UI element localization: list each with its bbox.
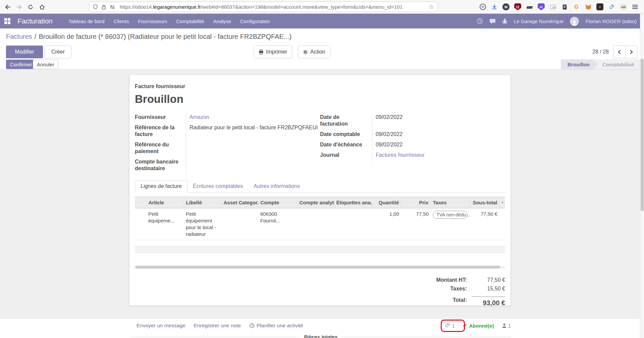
- cell-drag-handle: [135, 208, 146, 240]
- paperclip-icon: [445, 323, 450, 328]
- user-avatar[interactable]: [570, 17, 579, 26]
- menu-comptabilite[interactable]: Comptabilité: [176, 18, 204, 24]
- scrollbar-thumb[interactable]: [135, 266, 500, 269]
- check-icon: ✔: [463, 323, 467, 329]
- permissions-icon[interactable]: [109, 5, 115, 9]
- column-compte-analytique[interactable]: Compte analyt...: [297, 197, 334, 208]
- table-horizontal-scrollbar[interactable]: [135, 266, 505, 269]
- debug-bug-icon[interactable]: [502, 18, 507, 24]
- pocket-extension-icon[interactable]: [480, 4, 486, 10]
- cell-compte[interactable]: 606300 Fournit...: [258, 208, 297, 240]
- pager-previous-button[interactable]: [613, 46, 625, 58]
- menu-tableau-de-bord[interactable]: Tableau de bord: [68, 18, 105, 24]
- field-value-fournisseur[interactable]: Amazon: [186, 113, 320, 124]
- invoice-line-row[interactable]: Petit équipeme... Petit équipement pour …: [135, 208, 505, 240]
- breadcrumb-parent-link[interactable]: Factures: [6, 33, 32, 41]
- tab-autres-informations[interactable]: Autres informations: [248, 181, 305, 192]
- cell-libelle[interactable]: Petit équipement pour le local - radiate…: [184, 208, 221, 240]
- url-bar[interactable]: https://odoo14.legaragenumerique.fr/web#…: [89, 2, 438, 12]
- column-asset-category[interactable]: Asset Categor...: [221, 197, 258, 208]
- notes-extension-icon[interactable]: [561, 3, 568, 10]
- column-etiquettes[interactable]: Étiquettes ana...: [334, 197, 372, 208]
- attachments-button[interactable]: 1: [445, 323, 455, 329]
- hamburger-menu-icon[interactable]: [632, 3, 639, 10]
- bookmark-star-icon[interactable]: ☆: [429, 3, 434, 11]
- cell-quantite[interactable]: 1,00: [372, 208, 401, 240]
- activities-clock-icon[interactable]: [477, 18, 483, 24]
- log-note-button[interactable]: Enregistrer une note: [194, 323, 241, 329]
- column-sous-total[interactable]: Sous-total: [470, 197, 499, 208]
- send-message-button[interactable]: Envoyer un message: [137, 323, 185, 329]
- schedule-activity-button[interactable]: Planifier une activité: [249, 323, 303, 329]
- field-value-journal[interactable]: Factures fournisseur: [372, 151, 505, 161]
- column-prix[interactable]: Prix: [401, 197, 431, 208]
- edit-button[interactable]: Modifier: [6, 46, 43, 58]
- privacy-shield-extension-icon[interactable]: 11: [538, 3, 545, 10]
- company-name[interactable]: Le Garage Numérique: [514, 18, 564, 24]
- video-extension-icon[interactable]: [596, 3, 603, 10]
- columns-options-icon: [502, 200, 503, 205]
- cell-compte-analytique[interactable]: [297, 208, 334, 240]
- menu-clients[interactable]: Clients: [114, 18, 129, 24]
- lock-icon[interactable]: [101, 4, 106, 10]
- menu-fournisseurs[interactable]: Fournisseurs: [138, 18, 167, 24]
- print-button[interactable]: Imprimer: [254, 46, 292, 58]
- url-text[interactable]: https://odoo14.legaragenumerique.fr/web#…: [120, 4, 426, 10]
- page-scrollbar-thumb[interactable]: [641, 59, 644, 211]
- column-taxes[interactable]: Taxes: [431, 197, 470, 208]
- orange-extension-icon[interactable]: G: [573, 3, 580, 10]
- account-extension-icon[interactable]: M: [502, 3, 509, 10]
- ublock-extension-icon[interactable]: U: [514, 3, 521, 10]
- cell-prix[interactable]: 77,50: [401, 208, 431, 240]
- cell-etiquettes[interactable]: [334, 208, 372, 240]
- app-title[interactable]: Facturation: [17, 17, 53, 25]
- user-name[interactable]: Florian ROGER (odoo): [585, 18, 637, 24]
- state-comptabilise[interactable]: Comptabilisé: [594, 59, 640, 69]
- browser-reload-icon[interactable]: [25, 2, 36, 12]
- column-libelle[interactable]: Libellé: [184, 197, 221, 208]
- tracking-protection-shield-icon[interactable]: [93, 4, 98, 10]
- divider-line-left: [131, 337, 300, 337]
- menu-configuration[interactable]: Configuration: [240, 18, 270, 24]
- empty-table-row-striped: [135, 246, 505, 253]
- cell-taxes[interactable]: TVA non-dédu...: [431, 208, 470, 240]
- cell-article[interactable]: Petit équipeme...: [146, 208, 184, 240]
- apps-menu-icon[interactable]: [4, 18, 10, 24]
- gnome-extension-icon[interactable]: ண: [526, 3, 533, 10]
- tab-ecritures-comptables[interactable]: Écritures comptables: [187, 181, 248, 192]
- table-header-row: Article Libellé Asset Categor... Compte …: [135, 197, 505, 208]
- field-groups: Fournisseur Amazon Référence de la factu…: [135, 113, 505, 175]
- pager-counter: 28 / 28: [592, 49, 609, 55]
- followers-button[interactable]: 1: [502, 323, 511, 329]
- attachments-divider: Pièces jointes: [131, 334, 511, 338]
- column-article[interactable]: Article: [146, 197, 184, 208]
- metamask-extension-icon[interactable]: [585, 3, 592, 10]
- menu-analyse[interactable]: Analyse: [213, 18, 231, 24]
- field-value-reference-paiement: [186, 141, 320, 158]
- browser-home-icon[interactable]: [37, 2, 47, 12]
- pager-next-button[interactable]: [625, 46, 637, 58]
- confirm-button[interactable]: Confirmer: [6, 60, 36, 69]
- action-button[interactable]: Action: [298, 46, 330, 58]
- column-quantite[interactable]: Quantité: [372, 197, 401, 208]
- page-scrollbar[interactable]: [640, 14, 644, 338]
- state-brouillon[interactable]: Brouillon: [561, 59, 598, 69]
- messages-chat-icon[interactable]: [489, 18, 496, 24]
- tab-lignes-de-facture[interactable]: Lignes de facture: [135, 180, 187, 193]
- optional-columns-toggle[interactable]: [499, 197, 505, 208]
- picture-in-picture-icon[interactable]: [549, 3, 556, 10]
- cell-asset-category[interactable]: [221, 208, 258, 240]
- create-button[interactable]: Créer: [45, 46, 71, 58]
- markdown-extension-icon[interactable]: md: [620, 3, 627, 10]
- eyedropper-extension-icon[interactable]: [608, 3, 615, 10]
- browser-back-icon[interactable]: [3, 2, 13, 12]
- chatter: Envoyer un message Enregistrer une note …: [0, 319, 640, 338]
- tax-tag[interactable]: TVA non-dédu...: [433, 211, 468, 219]
- followers-count: 1: [508, 323, 511, 329]
- download-icon[interactable]: [491, 3, 498, 10]
- total-label: Total:: [421, 294, 472, 310]
- cancel-button[interactable]: Annuler: [33, 60, 58, 69]
- follow-button[interactable]: ✔ Abonné(e): [463, 323, 494, 329]
- column-compte[interactable]: Compte: [258, 197, 297, 208]
- browser-forward-icon[interactable]: [14, 2, 24, 12]
